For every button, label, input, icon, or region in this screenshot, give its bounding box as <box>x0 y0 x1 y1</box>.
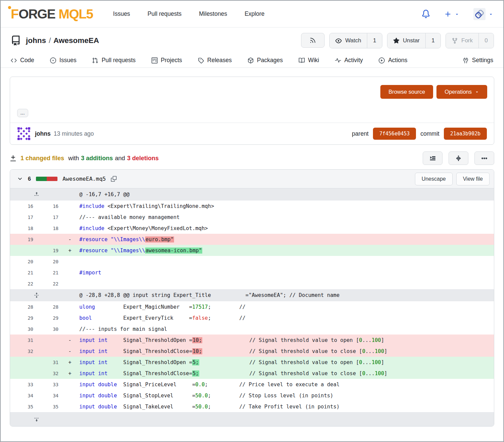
watch-button[interactable]: Watch <box>330 33 367 48</box>
old-line-number[interactable]: 31 <box>10 338 38 343</box>
user-menu[interactable] <box>473 8 493 20</box>
diff-code-line: #import <box>77 270 494 276</box>
new-line-number[interactable]: 35 <box>38 404 63 409</box>
new-line-number[interactable]: 20 <box>38 259 63 264</box>
repo-name-link[interactable]: AwesomeEA <box>53 36 99 45</box>
star-count[interactable]: 1 <box>426 33 440 48</box>
project-icon <box>152 57 158 63</box>
site-logo[interactable]: FORGEMQL5 <box>11 7 93 20</box>
fork-count[interactable]: 0 <box>479 33 494 48</box>
operations-button[interactable]: Operations <box>436 85 487 99</box>
new-line-number[interactable]: 17 <box>38 215 63 220</box>
old-line-number[interactable]: 28 <box>10 304 38 310</box>
copy-filename-button[interactable] <box>111 176 117 182</box>
nav-milestones[interactable]: Milestones <box>199 10 227 17</box>
tab-packages[interactable]: Packages <box>248 57 283 64</box>
file-tree-toggle-button[interactable] <box>423 151 443 165</box>
diff-code-line: @ -28,8 +28,8 @@ input string Expert_Tit… <box>77 292 494 298</box>
old-line-number[interactable]: 32 <box>10 349 38 354</box>
watch-button-group: Watch 1 <box>329 33 382 48</box>
star-button-group: Unstar 1 <box>387 33 441 48</box>
view-file-button[interactable]: View file <box>456 173 490 185</box>
create-new-button[interactable] <box>444 10 459 18</box>
old-line-number[interactable]: 18 <box>10 226 38 231</box>
nav-pull-requests[interactable]: Pull requests <box>148 10 181 17</box>
split-view-button[interactable] <box>449 151 468 165</box>
old-line-number[interactable]: 22 <box>10 281 38 286</box>
browse-source-button[interactable]: Browse source <box>380 85 433 99</box>
diff-code-line: input int Signal_ThresholdOpen =10; // S… <box>77 337 494 343</box>
expand-up-icon[interactable] <box>10 192 63 197</box>
old-line-number[interactable]: 35 <box>10 404 38 409</box>
new-line-number[interactable]: 34 <box>38 393 63 398</box>
tab-releases[interactable]: Releases <box>198 57 232 64</box>
new-line-number[interactable]: 18 <box>38 226 63 231</box>
rss-button[interactable] <box>301 33 325 48</box>
deletions-bar <box>47 177 57 181</box>
diff-row-ctx: 1616#include <Expert\Trailing\TrailingNo… <box>10 201 494 212</box>
tools-icon <box>463 57 469 63</box>
collapse-file-button[interactable] <box>17 176 23 182</box>
nav-issues[interactable]: Issues <box>113 10 130 17</box>
author-identicon-avatar[interactable] <box>17 127 31 140</box>
old-line-number[interactable]: 21 <box>10 270 38 275</box>
old-line-number[interactable]: 33 <box>10 382 38 387</box>
new-line-number[interactable]: 29 <box>38 315 63 321</box>
tab-wiki[interactable]: Wiki <box>299 57 319 64</box>
tab-issues[interactable]: Pull requestsIssues <box>50 57 77 64</box>
new-line-number[interactable]: 30 <box>38 326 63 332</box>
expand-both-icon[interactable] <box>10 293 63 298</box>
commit-hashes: parent 7f456e0453 commit 21aa3b902b <box>352 128 487 140</box>
commit-hash-button[interactable]: 21aa3b902b <box>444 128 487 140</box>
diff-code-line: //--- inputs for main signal <box>77 326 494 332</box>
old-line-number[interactable]: 20 <box>10 259 38 264</box>
new-line-number[interactable]: 21 <box>38 270 63 275</box>
repo-header: johns / AwesomeEA Watch 1 Unstar <box>1 28 503 52</box>
expand-down-icon[interactable] <box>10 416 63 422</box>
new-line-number[interactable]: 28 <box>38 304 63 310</box>
parent-hash-button[interactable]: 7f456e0453 <box>373 128 416 140</box>
changed-files-link[interactable]: 1 changed files <box>20 155 64 162</box>
new-line-number[interactable]: 31 <box>38 360 63 365</box>
file-name-link[interactable]: AwesomeEA.mq5 <box>62 176 106 182</box>
new-line-number[interactable]: 19 <box>38 248 63 253</box>
repo-owner-link[interactable]: johns <box>26 36 46 45</box>
nav-explore[interactable]: Explore <box>245 10 264 17</box>
diff-options-button[interactable] <box>474 151 494 165</box>
commit-actions: Browse source Operations <box>17 85 487 99</box>
tab-projects[interactable]: Projects <box>152 57 182 64</box>
tab-actions[interactable]: Actions <box>379 57 407 64</box>
diff-row-ctx: 3434input double Signal_StopLevel =50.0;… <box>10 390 494 401</box>
diff-code-line: //--- available money management <box>77 214 494 220</box>
tab-code[interactable]: Code <box>11 57 34 64</box>
top-navbar: FORGEMQL5 Issues Pull requests Milestone… <box>1 1 503 28</box>
old-line-number[interactable]: 34 <box>10 393 38 398</box>
old-line-number[interactable]: 29 <box>10 315 38 321</box>
tab-pull-requests[interactable]: Pull requests <box>92 57 135 64</box>
new-line-number[interactable]: 22 <box>38 281 63 286</box>
old-line-number[interactable]: 19 <box>10 237 38 242</box>
new-line-number[interactable]: 33 <box>38 382 63 387</box>
new-line-number[interactable]: 32 <box>38 371 63 376</box>
fork-button[interactable]: Fork <box>446 33 479 48</box>
fork-icon <box>452 38 458 44</box>
tab-activity[interactable]: Activity <box>335 57 363 64</box>
expand-commit-message-button[interactable]: ... <box>17 109 28 117</box>
unescape-button[interactable]: Unescape <box>415 173 453 185</box>
tab-settings[interactable]: Settings <box>463 57 493 64</box>
new-line-number[interactable]: 16 <box>38 204 63 209</box>
file-header-buttons: Unescape View file <box>415 173 490 185</box>
diff-marker: + <box>63 370 77 377</box>
old-line-number[interactable]: 16 <box>10 204 38 209</box>
old-line-number[interactable]: 30 <box>10 326 38 332</box>
commit-time: 13 minutes ago <box>54 130 94 137</box>
commit-meta: johns 13 minutes ago parent 7f456e0453 c… <box>10 123 494 144</box>
old-line-number[interactable]: 17 <box>10 215 38 220</box>
notifications-button[interactable] <box>422 10 430 18</box>
chevron-down-icon <box>455 12 459 16</box>
diffstat-with: with <box>68 155 79 162</box>
commit-author-link[interactable]: johns <box>35 130 51 137</box>
watch-count[interactable]: 1 <box>367 33 382 48</box>
unstar-button[interactable]: Unstar <box>387 33 426 48</box>
navbar-right <box>422 8 493 20</box>
